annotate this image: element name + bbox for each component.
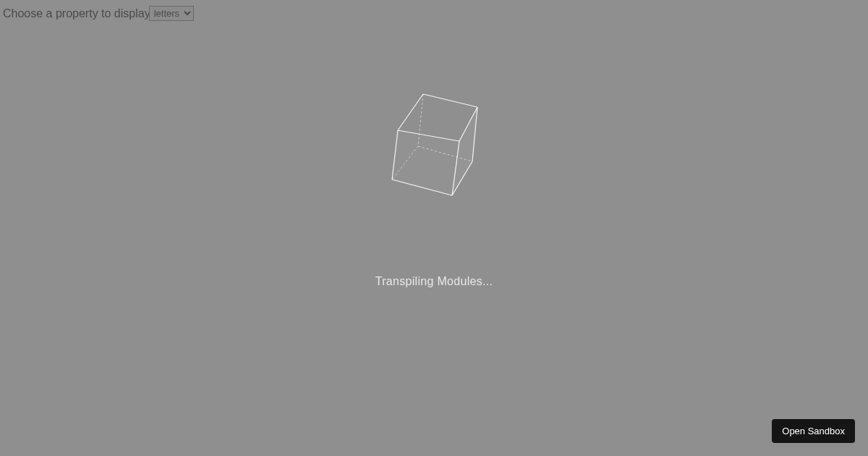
svg-line-4 — [398, 94, 423, 130]
cube-wireframe-icon — [383, 87, 485, 203]
svg-line-6 — [423, 94, 477, 107]
loading-overlay: Transpiling Modules... — [0, 0, 868, 456]
cube-icon — [383, 87, 485, 203]
open-sandbox-button[interactable]: Open Sandbox — [772, 419, 855, 443]
svg-marker-13 — [392, 130, 459, 195]
loading-status-text: Transpiling Modules... — [375, 275, 493, 288]
